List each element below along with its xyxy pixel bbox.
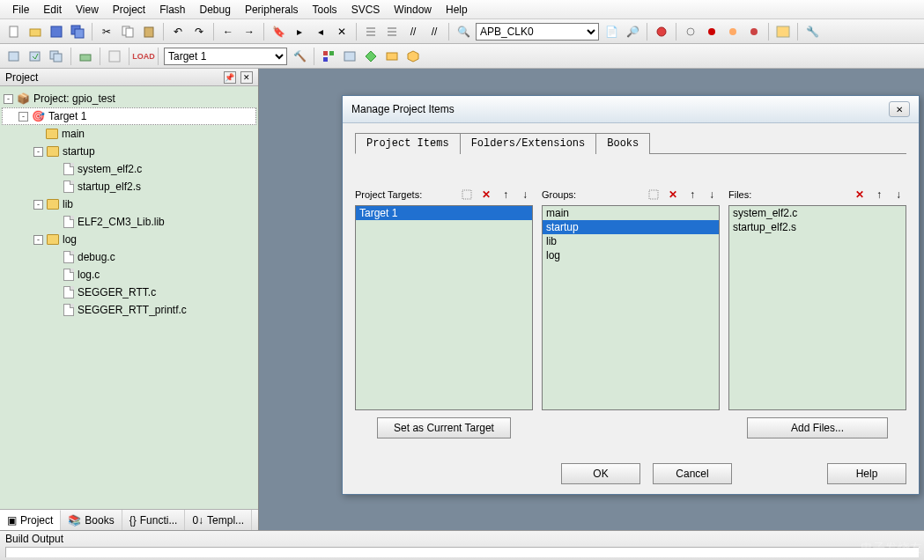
- menu-debug[interactable]: Debug: [193, 2, 238, 18]
- nav-fwd-icon[interactable]: →: [240, 23, 258, 41]
- delete-group-icon[interactable]: ✕: [665, 187, 681, 203]
- window-layout-icon[interactable]: [774, 23, 792, 41]
- build-output-box[interactable]: [5, 547, 919, 557]
- debug-session-icon[interactable]: [653, 23, 670, 41]
- delete-file-icon[interactable]: ✕: [852, 187, 868, 203]
- cancel-button[interactable]: Cancel: [653, 463, 732, 484]
- expand-icon[interactable]: -: [33, 235, 43, 245]
- tree-root[interactable]: - 📦 Project: gpio_test: [2, 90, 256, 107]
- find-in-files-icon[interactable]: 📄: [602, 23, 620, 41]
- menu-peripherals[interactable]: Peripherals: [238, 2, 306, 18]
- list-item[interactable]: startup: [543, 220, 719, 234]
- add-files-button[interactable]: Add Files...: [747, 417, 888, 438]
- tab-project-items[interactable]: Project Items: [355, 133, 461, 154]
- batch-build-icon[interactable]: [77, 48, 94, 65]
- outdent-icon[interactable]: [383, 23, 401, 41]
- project-tree[interactable]: - 📦 Project: gpio_test - 🎯 Target 1 main…: [0, 86, 258, 509]
- nav-back-icon[interactable]: ←: [219, 23, 237, 41]
- tree-target[interactable]: - 🎯 Target 1: [2, 107, 256, 125]
- expand-icon[interactable]: -: [18, 112, 28, 122]
- open-file-icon[interactable]: [26, 23, 44, 41]
- dialog-titlebar[interactable]: Manage Project Items ✕: [343, 96, 919, 123]
- list-item[interactable]: startup_elf2.s: [729, 220, 906, 234]
- tree-file[interactable]: SEGGER_RTT.c: [2, 284, 256, 301]
- move-up-icon[interactable]: ↑: [684, 187, 700, 203]
- stop-build-icon[interactable]: [106, 48, 123, 65]
- breakpoint-kill-icon[interactable]: [745, 23, 763, 41]
- tree-group-startup[interactable]: - startup: [2, 143, 256, 160]
- tree-file[interactable]: log.c: [2, 266, 256, 284]
- download-icon[interactable]: LOAD: [135, 48, 152, 65]
- menu-view[interactable]: View: [69, 2, 106, 18]
- configure-icon[interactable]: 🔧: [803, 23, 821, 41]
- new-group-icon[interactable]: [646, 187, 662, 203]
- manage-rte-icon[interactable]: [362, 48, 380, 65]
- uncomment-icon[interactable]: //: [425, 23, 443, 41]
- move-up-icon[interactable]: ↑: [498, 187, 514, 203]
- move-down-icon[interactable]: ↓: [704, 187, 720, 203]
- tree-file[interactable]: startup_elf2.s: [2, 178, 256, 195]
- tree-group-log[interactable]: - log: [2, 231, 256, 248]
- menu-window[interactable]: Window: [387, 2, 439, 18]
- move-up-icon[interactable]: ↑: [871, 187, 887, 203]
- new-file-icon[interactable]: [5, 23, 23, 41]
- breakpoint-enable-icon[interactable]: [703, 23, 721, 41]
- dialog-close-icon[interactable]: ✕: [889, 101, 910, 117]
- menu-edit[interactable]: Edit: [36, 2, 69, 18]
- ptab-project[interactable]: ▣Project: [0, 510, 61, 530]
- menu-file[interactable]: File: [5, 2, 36, 18]
- ptab-functions[interactable]: {}Functi...: [122, 510, 186, 530]
- bookmark-prev-icon[interactable]: ◂: [312, 23, 329, 41]
- help-button[interactable]: Help: [827, 463, 906, 484]
- tree-file[interactable]: debug.c: [2, 248, 256, 266]
- target-select[interactable]: Target 1: [164, 48, 287, 65]
- menu-help[interactable]: Help: [439, 2, 475, 18]
- set-current-target-button[interactable]: Set as Current Target: [377, 417, 511, 438]
- bookmark-icon[interactable]: 🔖: [270, 23, 287, 41]
- incremental-find-icon[interactable]: 🔎: [624, 23, 641, 41]
- tree-file[interactable]: system_elf2.c: [2, 160, 256, 178]
- bookmark-clear-icon[interactable]: ✕: [333, 23, 351, 41]
- menu-tools[interactable]: Tools: [306, 2, 344, 18]
- menu-project[interactable]: Project: [106, 2, 152, 18]
- list-item[interactable]: main: [543, 206, 719, 220]
- list-item[interactable]: system_elf2.c: [729, 206, 906, 220]
- panel-pin-icon[interactable]: 📌: [224, 71, 236, 84]
- list-item[interactable]: log: [543, 248, 719, 262]
- menu-flash[interactable]: Flash: [152, 2, 192, 18]
- tab-books[interactable]: Books: [595, 133, 650, 154]
- save-icon[interactable]: [48, 23, 65, 41]
- options-target-icon[interactable]: 🔨: [291, 48, 308, 65]
- indent-icon[interactable]: [362, 23, 380, 41]
- tree-group-main[interactable]: main: [2, 125, 256, 143]
- comment-icon[interactable]: //: [404, 23, 422, 41]
- rebuild-icon[interactable]: [48, 48, 65, 65]
- build-icon[interactable]: [26, 48, 44, 65]
- tree-group-lib[interactable]: - lib: [2, 195, 256, 213]
- undo-icon[interactable]: ↶: [169, 23, 187, 41]
- copy-icon[interactable]: [119, 23, 137, 41]
- move-down-icon[interactable]: ↓: [517, 187, 533, 203]
- ok-button[interactable]: OK: [561, 463, 640, 484]
- paste-icon[interactable]: [140, 23, 158, 41]
- cut-icon[interactable]: ✂: [98, 23, 115, 41]
- ptab-books[interactable]: 📚Books: [61, 510, 122, 530]
- bookmark-next-icon[interactable]: ▸: [291, 23, 308, 41]
- redo-icon[interactable]: ↷: [190, 23, 208, 41]
- save-all-icon[interactable]: [69, 23, 86, 41]
- select-packs-icon[interactable]: [383, 48, 401, 65]
- list-item[interactable]: lib: [543, 234, 719, 248]
- tab-folders-extensions[interactable]: Folders/Extensions: [460, 133, 597, 154]
- tree-file[interactable]: SEGGER_RTT_printf.c: [2, 301, 256, 319]
- expand-icon[interactable]: -: [33, 200, 43, 210]
- targets-listbox[interactable]: Target 1: [355, 205, 533, 410]
- menu-svcs[interactable]: SVCS: [344, 2, 388, 18]
- new-target-icon[interactable]: [459, 187, 475, 203]
- manage-multi-project-icon[interactable]: [341, 48, 359, 65]
- groups-listbox[interactable]: main startup lib log: [542, 205, 720, 410]
- panel-close-icon[interactable]: ✕: [240, 71, 253, 84]
- move-down-icon[interactable]: ↓: [891, 187, 906, 203]
- expand-icon[interactable]: -: [33, 147, 43, 157]
- files-listbox[interactable]: system_elf2.c startup_elf2.s: [728, 205, 906, 410]
- find-icon[interactable]: 🔍: [455, 23, 472, 41]
